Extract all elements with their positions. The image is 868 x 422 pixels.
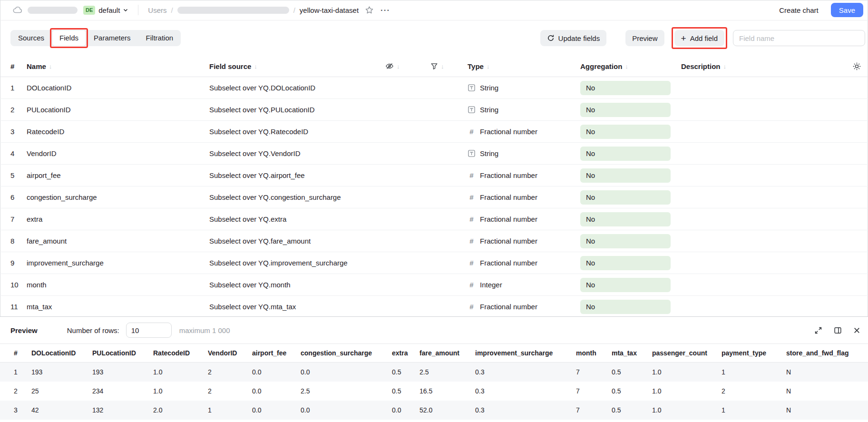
table-row: 3 RatecodeID Subselect over YQ.RatecodeI… bbox=[0, 121, 868, 143]
field-type-label: Integer bbox=[480, 281, 502, 289]
tab-filtration[interactable]: Filtration bbox=[138, 30, 181, 46]
preview-cell: 193 bbox=[92, 368, 153, 376]
aggregation-select[interactable]: No bbox=[580, 147, 671, 161]
field-name[interactable]: VendorID bbox=[27, 149, 209, 157]
field-name[interactable]: airport_fee bbox=[27, 171, 209, 179]
field-name[interactable]: fare_amount bbox=[27, 237, 209, 245]
star-icon[interactable] bbox=[365, 6, 374, 15]
aggregation-select[interactable]: No bbox=[580, 190, 671, 205]
close-icon[interactable] bbox=[853, 327, 860, 334]
field-source: Subselect over YQ.mta_tax bbox=[209, 303, 385, 311]
aggregation-select[interactable]: No bbox=[580, 125, 671, 139]
aggregation-select[interactable]: No bbox=[580, 103, 671, 117]
field-type-label: String bbox=[480, 106, 498, 114]
preview-panel: Preview Number of rows: maximum 1 000 #D… bbox=[0, 316, 868, 422]
tab-sources[interactable]: Sources bbox=[10, 30, 52, 46]
column-header-description[interactable]: Description bbox=[681, 62, 726, 70]
field-name-search-input[interactable] bbox=[733, 30, 865, 46]
table-row: 11 mta_tax Subselect over YQ.mta_tax Fra… bbox=[0, 296, 868, 318]
row-index: 6 bbox=[10, 193, 27, 201]
row-index: 5 bbox=[10, 171, 27, 179]
field-source: Subselect over YQ.fare_amount bbox=[209, 237, 385, 245]
number-of-rows-input[interactable] bbox=[126, 323, 172, 338]
preview-cell: 2 bbox=[208, 368, 252, 376]
field-name[interactable]: extra bbox=[27, 215, 209, 223]
field-name[interactable]: congestion_surcharge bbox=[27, 193, 209, 201]
table-row: 10 month Subselect over YQ.month Integer… bbox=[0, 274, 868, 296]
field-source: Subselect over YQ.airport_fee bbox=[209, 171, 385, 179]
update-fields-button[interactable]: Update fields bbox=[540, 30, 607, 46]
preview-toggle-button[interactable]: Preview bbox=[625, 30, 664, 46]
preview-cell: 2.0 bbox=[153, 406, 208, 414]
preview-cell: 2.5 bbox=[301, 387, 392, 395]
expand-icon[interactable] bbox=[814, 326, 822, 334]
column-header-type[interactable]: Type bbox=[468, 62, 580, 70]
preview-column-header: store_and_fwd_flag bbox=[786, 349, 864, 357]
aggregation-value: No bbox=[586, 193, 595, 201]
field-name[interactable]: PULocationID bbox=[27, 106, 209, 114]
column-header-name[interactable]: Name bbox=[27, 62, 209, 70]
column-header-field-source[interactable]: Field source bbox=[209, 62, 385, 70]
preview-column-header: DOLocationID bbox=[31, 349, 92, 357]
gear-icon[interactable] bbox=[852, 62, 861, 71]
chevron-down-icon bbox=[123, 7, 128, 13]
aggregation-select[interactable]: No bbox=[580, 234, 671, 248]
preview-cell: 42 bbox=[31, 406, 92, 414]
field-name[interactable]: mta_tax bbox=[27, 303, 209, 311]
preview-cell: 0.0 bbox=[392, 406, 419, 414]
aggregation-select[interactable]: No bbox=[580, 300, 671, 314]
aggregation-select[interactable]: No bbox=[580, 256, 671, 270]
field-name[interactable]: improvement_surcharge bbox=[27, 259, 209, 267]
add-field-button[interactable]: Add field bbox=[674, 30, 724, 46]
preview-cell: 193 bbox=[31, 368, 92, 376]
preview-cell: 1.0 bbox=[652, 406, 722, 414]
preview-column-header: fare_amount bbox=[419, 349, 475, 357]
tenant-switcher[interactable]: DE default bbox=[83, 6, 128, 15]
aggregation-select[interactable]: No bbox=[580, 81, 671, 95]
column-header-aggregation[interactable]: Aggregation bbox=[580, 62, 681, 70]
aggregation-select[interactable]: No bbox=[580, 278, 671, 292]
breadcrumb-root[interactable]: Users bbox=[148, 6, 166, 14]
preview-cell: 1.0 bbox=[153, 387, 208, 395]
field-name[interactable]: RatecodeID bbox=[27, 128, 209, 136]
header-divider bbox=[138, 5, 138, 15]
preview-column-header: mta_tax bbox=[612, 349, 652, 357]
preview-row: 11931931.020.00.00.52.50.370.51.01N bbox=[0, 363, 868, 382]
sort-arrow-down-icon bbox=[487, 63, 490, 70]
save-button[interactable]: Save bbox=[831, 3, 863, 17]
funnel-icon bbox=[430, 62, 438, 70]
preview-cell: 0.0 bbox=[252, 406, 301, 414]
tab-fields[interactable]: Fields bbox=[52, 30, 86, 46]
field-source: Subselect over YQ.DOLocationID bbox=[209, 84, 385, 92]
preview-cell: N bbox=[786, 406, 864, 414]
aggregation-select[interactable]: No bbox=[580, 168, 671, 183]
tab-parameters[interactable]: Parameters bbox=[86, 30, 138, 46]
breadcrumb: Users / / yellow-taxi-dataset bbox=[148, 6, 359, 14]
ellipsis-icon[interactable] bbox=[380, 6, 390, 14]
row-index: 1 bbox=[10, 84, 27, 92]
field-source: Subselect over YQ.extra bbox=[209, 215, 385, 223]
redacted-breadcrumb-folder[interactable] bbox=[177, 7, 289, 14]
create-chart-button[interactable]: Create chart bbox=[779, 6, 819, 14]
preview-cell: 25 bbox=[31, 387, 92, 395]
preview-cell: 2 bbox=[14, 387, 31, 395]
preview-cell: 0.3 bbox=[475, 368, 576, 376]
field-name[interactable]: DOLocationID bbox=[27, 84, 209, 92]
preview-cell: 0.5 bbox=[612, 368, 652, 376]
column-header-filter[interactable] bbox=[430, 62, 468, 70]
field-type-label: String bbox=[480, 84, 498, 92]
preview-cell: 2.5 bbox=[419, 368, 475, 376]
preview-cell: N bbox=[786, 387, 864, 395]
preview-column-header: RatecodeID bbox=[153, 349, 208, 357]
column-header-hidden[interactable] bbox=[385, 62, 430, 70]
field-type-label: Fractional number bbox=[480, 237, 537, 245]
fields-table-body: 1 DOLocationID Subselect over YQ.DOLocat… bbox=[0, 77, 868, 340]
preview-cell: 7 bbox=[576, 368, 612, 376]
preview-cell: 1.0 bbox=[652, 368, 722, 376]
aggregation-select[interactable]: No bbox=[580, 212, 671, 226]
side-panel-icon[interactable] bbox=[834, 326, 842, 334]
number-type-icon bbox=[468, 128, 476, 136]
field-type-label: Fractional number bbox=[480, 303, 537, 311]
aggregation-value: No bbox=[586, 303, 595, 311]
field-name[interactable]: month bbox=[27, 281, 209, 289]
